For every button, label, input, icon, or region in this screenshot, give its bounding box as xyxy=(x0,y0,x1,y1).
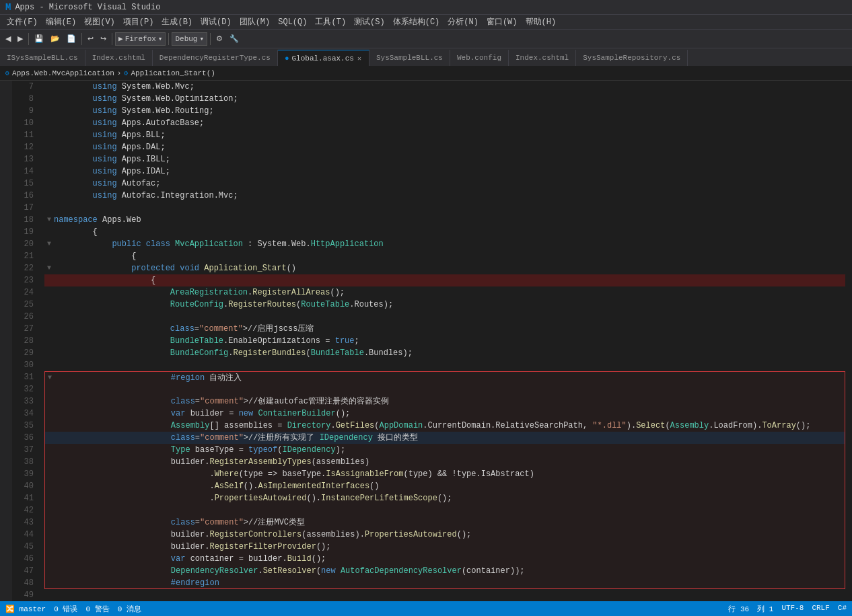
vertical-scrollbar[interactable] xyxy=(845,81,852,601)
code-line-26[interactable] xyxy=(44,311,845,323)
tab-index-cshtml[interactable]: Index.cshtml xyxy=(509,50,576,66)
code-line-12[interactable]: using Apps.DAL; xyxy=(44,141,845,153)
code-line-33[interactable]: class="comment">//创建autofac管理注册类的容器实例 xyxy=(44,395,845,408)
code-line-13[interactable]: using Apps.IBLL; xyxy=(44,153,845,165)
toolbar-nav-back[interactable]: ◀ xyxy=(3,32,13,46)
collapse-icon[interactable]: ▼ xyxy=(44,238,54,250)
code-line-49[interactable] xyxy=(44,589,845,601)
menu-item-m[interactable]: 团队(M) xyxy=(236,15,275,29)
code-line-34[interactable]: var builder = new ContainerBuilder(); xyxy=(44,408,845,420)
code-line-43[interactable]: class="comment">//注册MVC类型 xyxy=(44,516,845,529)
menu-item-d[interactable]: 调试(D) xyxy=(197,15,236,29)
tab-global-asax-cs[interactable]: ●Global.asax.cs✕ xyxy=(278,50,369,66)
code-line-36[interactable]: class="comment">//注册所有实现了 IDependency 接口… xyxy=(44,432,845,444)
code-line-10[interactable]: using Apps.AutofacBase; xyxy=(44,117,845,129)
line-num-29: 29 xyxy=(12,347,34,359)
toolbar-misc2[interactable]: 🔧 xyxy=(227,32,242,46)
code-line-40[interactable]: .AsSelf().AsImplementedInterfaces() xyxy=(44,480,845,492)
tab-isyssamplebll-cs[interactable]: ISysSampleBLL.cs xyxy=(0,50,85,66)
line-num-19: 19 xyxy=(12,226,34,238)
line-num-45: 45 xyxy=(12,541,34,553)
debug-selector[interactable]: Debug ▾ xyxy=(172,32,207,46)
code-text: .AsSelf().AsImplementedInterfaces() xyxy=(55,480,380,492)
code-line-24[interactable]: AreaRegistration.RegisterAllAreas(); xyxy=(44,286,845,299)
code-line-22[interactable]: ▼ protected void Application_Start() xyxy=(44,262,845,274)
menu-item-h[interactable]: 帮助(H) xyxy=(522,15,561,29)
code-line-44[interactable]: builder.RegisterControllers(assemblies).… xyxy=(44,529,845,541)
code-line-19[interactable]: { xyxy=(44,226,845,238)
collapse-icon[interactable]: ▼ xyxy=(44,262,54,274)
code-line-27[interactable]: class="comment">//启用jscss压缩 xyxy=(44,323,845,335)
toolbar-open[interactable]: 📂 xyxy=(48,32,63,46)
line-num-38: 38 xyxy=(12,456,34,468)
code-text: builder.RegisterFilterProvider(); xyxy=(55,541,330,553)
line-num-23: 23 xyxy=(12,274,34,286)
tab-close-icon[interactable]: ✕ xyxy=(357,54,362,63)
menu-item-sqlq[interactable]: SQL(Q) xyxy=(274,16,311,28)
code-line-23[interactable]: { xyxy=(44,274,845,286)
code-line-35[interactable]: Assembly[] assemblies = Directory.GetFil… xyxy=(44,420,845,432)
tab-index-cshtml[interactable]: Index.cshtml xyxy=(85,50,153,66)
code-line-31[interactable]: ▼ #region 自动注入 xyxy=(44,371,845,383)
code-line-25[interactable]: RouteConfig.RegisterRoutes(RouteTable.Ro… xyxy=(44,299,845,311)
collapse-icon[interactable]: ▼ xyxy=(44,214,54,226)
toolbar-misc1[interactable]: ⚙ xyxy=(213,32,225,46)
menu-item-p[interactable]: 项目(P) xyxy=(119,15,158,29)
code-line-29[interactable]: BundleConfig.RegisterBundles(BundleTable… xyxy=(44,347,845,359)
code-line-20[interactable]: ▼ public class MvcApplication : System.W… xyxy=(44,238,845,250)
code-line-48[interactable]: #endregion xyxy=(44,577,845,589)
code-text: Type baseType = typeof(IDependency); xyxy=(55,444,345,456)
code-line-8[interactable]: using System.Web.Optimization; xyxy=(44,93,845,105)
menu-item-e[interactable]: 编辑(E) xyxy=(42,15,81,29)
menu-item-t[interactable]: 工具(T) xyxy=(311,15,350,29)
tab-dependencyregistertype-cs[interactable]: DependencyRegisterType.cs xyxy=(153,50,278,66)
toolbar-redo[interactable]: ↪ xyxy=(98,32,109,46)
code-line-15[interactable]: using Autofac; xyxy=(44,178,845,190)
code-line-14[interactable]: using Apps.IDAL; xyxy=(44,165,845,178)
toolbar-sep-2 xyxy=(81,33,82,45)
code-line-39[interactable]: .Where(type => baseType.IsAssignableFrom… xyxy=(44,468,845,480)
code-text: #region 自动注入 xyxy=(55,372,242,384)
code-line-47[interactable]: DependencyResolver.SetResolver(new Autof… xyxy=(44,565,845,577)
code-editor[interactable]: 7891011121314151617181920212223242526272… xyxy=(12,81,845,601)
code-line-42[interactable] xyxy=(44,504,845,516)
menu-item-c[interactable]: 体系结构(C) xyxy=(389,15,444,29)
menu-item-f[interactable]: 文件(F) xyxy=(3,15,42,29)
status-branch: 🔀 master xyxy=(5,605,46,613)
code-line-38[interactable]: builder.RegisterAssemblyTypes(assemblies… xyxy=(44,456,845,468)
menu-item-b[interactable]: 生成(B) xyxy=(157,15,197,29)
toolbar-save[interactable]: 💾 xyxy=(32,32,46,46)
code-line-45[interactable]: builder.RegisterFilterProvider(); xyxy=(44,541,845,553)
toolbar-undo[interactable]: ↩ xyxy=(85,32,96,46)
tab-web-config[interactable]: Web.config xyxy=(450,50,509,66)
code-area[interactable]: using System.Web.Mvc; using System.Web.O… xyxy=(39,81,845,601)
line-num-20: 20 xyxy=(12,238,34,250)
code-line-30[interactable] xyxy=(44,359,845,371)
editor-container: 7891011121314151617181920212223242526272… xyxy=(0,81,852,601)
tab-syssamplebll-cs[interactable]: SysSampleBLL.cs xyxy=(369,50,450,66)
browser-selector[interactable]: ▶ Firefox ▾ xyxy=(115,32,166,46)
code-line-28[interactable]: BundleTable.EnableOptimizations = true; xyxy=(44,335,845,347)
code-text: class="comment">//注册所有实现了 IDependency 接口… xyxy=(55,432,418,444)
tab-syssamplerepository-cs[interactable]: SysSampleRepository.cs xyxy=(576,50,688,66)
code-line-16[interactable]: using Autofac.Integration.Mvc; xyxy=(44,190,845,202)
menu-item-n[interactable]: 分析(N) xyxy=(443,15,483,29)
menu-item-s[interactable]: 测试(S) xyxy=(350,15,389,29)
code-line-32[interactable] xyxy=(44,383,845,395)
code-text: using Autofac; xyxy=(54,178,160,190)
menu-item-v[interactable]: 视图(V) xyxy=(80,15,119,29)
collapse-icon[interactable]: ▼ xyxy=(45,372,55,384)
menu-item-w[interactable]: 窗口(W) xyxy=(483,15,522,29)
code-line-46[interactable]: var container = builder.Build(); xyxy=(44,553,845,565)
code-line-7[interactable]: using System.Web.Mvc; xyxy=(44,81,845,93)
tab-label: SysSampleBLL.cs xyxy=(376,54,443,62)
code-line-18[interactable]: ▼namespace Apps.Web xyxy=(44,214,845,226)
code-line-37[interactable]: Type baseType = typeof(IDependency); xyxy=(44,444,845,456)
code-line-17[interactable] xyxy=(44,202,845,214)
code-line-9[interactable]: using System.Web.Routing; xyxy=(44,105,845,117)
toolbar-nav-fwd[interactable]: ▶ xyxy=(15,32,26,46)
code-line-21[interactable]: { xyxy=(44,250,845,262)
toolbar-saveas[interactable]: 📄 xyxy=(64,32,79,46)
code-line-11[interactable]: using Apps.BLL; xyxy=(44,129,845,141)
code-line-41[interactable]: .PropertiesAutowired().InstancePerLifeti… xyxy=(44,492,845,504)
